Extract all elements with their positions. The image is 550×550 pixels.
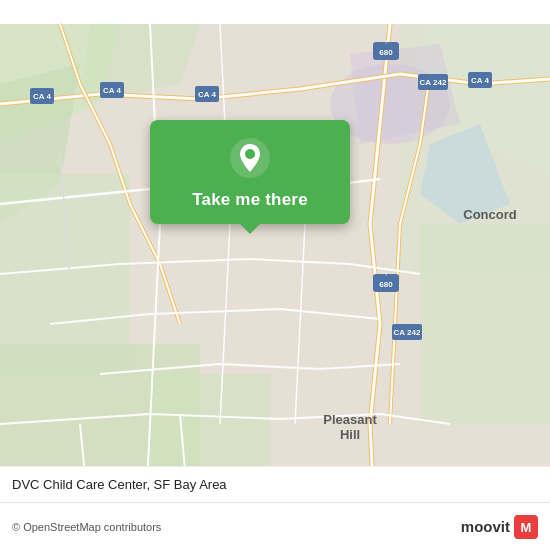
map-container: 680 I CA 4 CA 4 CA 4 CA 4 CA 242 CA 242 … [0,0,550,550]
attribution-text: © OpenStreetMap contributors [12,521,161,533]
moovit-logo: moovit M [461,515,538,539]
location-pin-icon [228,136,272,180]
svg-point-36 [245,149,255,159]
bottom-bar: © OpenStreetMap contributors moovit M [0,502,550,550]
moovit-brand-text: moovit [461,518,510,535]
moovit-brand-icon: M [514,515,538,539]
take-me-there-button[interactable]: Take me there [192,190,308,210]
svg-text:M: M [521,520,532,535]
location-name-label: DVC Child Care Center, SF Bay Area [12,477,227,492]
location-bar: DVC Child Care Center, SF Bay Area [0,466,550,502]
popup-card: Take me there [150,120,350,224]
svg-rect-34 [0,24,550,526]
